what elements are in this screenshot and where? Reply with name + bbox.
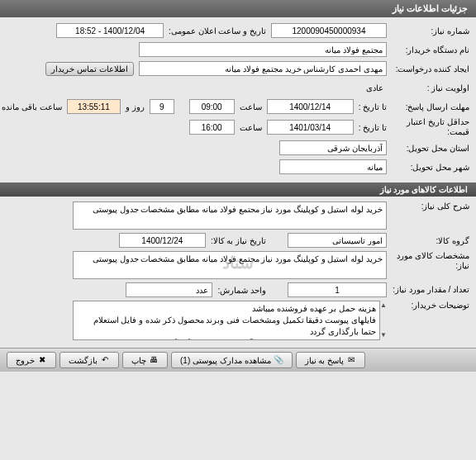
to-date-label-1: تا تاریخ : [354,102,387,111]
time-label-2: ساعت [235,123,267,132]
buyer-org-input[interactable] [139,42,387,57]
to-date-label-2: تا تاریخ : [354,123,387,132]
qty-input[interactable] [288,282,387,297]
need-date-input[interactable] [119,233,206,248]
requester-label: ایجاد کننده درخواست: [387,64,469,74]
print-label: چاپ [131,356,146,365]
scroll-up-icon[interactable]: ▲ [380,302,387,309]
need-number-input[interactable] [271,23,387,38]
attachment-icon: 📎 [274,355,283,365]
need-date-label: تاریخ نیاز به کالا: [206,236,271,245]
group-input[interactable] [288,233,387,248]
desc-textarea[interactable] [73,202,387,230]
spec-label: مشخصات کالای مورد نیاز: [387,251,469,271]
back-label: بازگشت [69,356,98,365]
scroll-down-icon[interactable]: ▼ [380,332,387,339]
province-input[interactable] [279,140,387,155]
need-number-label: شماره نیاز: [387,26,469,36]
reply-icon: ✉ [346,355,356,365]
view-docs-label: مشاهده مدارک پیوستی (1) [180,356,271,365]
items-form: شرح کلی نیاز: گروه کالا: تاریخ نیاز به ک… [0,197,476,348]
desc-label: شرح کلی نیاز: [387,202,469,211]
footer-bar: ✉ پاسخ به نیاز 📎 مشاهده مدارک پیوستی (1)… [0,348,476,372]
countdown-input [67,99,121,114]
reply-time-input[interactable] [189,99,235,114]
requester-input[interactable] [139,61,387,76]
back-button[interactable]: ↶ بازگشت [60,352,119,368]
reply-date-input[interactable] [267,99,354,114]
notes-textarea[interactable] [73,301,380,340]
remaining-label: ساعت باقی مانده [0,102,67,111]
view-docs-button[interactable]: 📎 مشاهده مدارک پیوستی (1) [171,352,293,368]
contact-info-button[interactable]: اطلاعات تماس خریدار [45,62,134,76]
qty-label: تعداد / مقدار مورد نیاز: [387,285,469,295]
time-label-1: ساعت [235,102,267,111]
items-section-header: اطلاعات کالاهای مورد نیاز [0,183,476,197]
validity-date-input[interactable] [267,120,354,135]
days-remaining-input[interactable] [150,99,174,114]
notes-label: توضیحات خریدار: [387,301,469,310]
banner-title: جزئیات اطلاعات نیاز [393,3,468,13]
province-label: استان محل تحویل: [387,144,469,153]
exit-button[interactable]: ✖ خروج [7,352,56,368]
announce-label: تاریخ و ساعت اعلان عمومی: [164,26,271,36]
respond-button[interactable]: ✉ پاسخ به نیاز [296,352,366,368]
main-banner: جزئیات اطلاعات نیاز [0,0,476,17]
days-and-label: روز و [121,102,150,111]
buyer-org-label: نام دستگاه خریدار: [387,45,469,55]
reply-deadline-label: مهلت ارسال پاسخ: [387,102,469,111]
group-label: گروه کالا: [387,236,469,245]
exit-label: خروج [16,356,35,365]
respond-label: پاسخ به نیاز [305,356,345,365]
priority-label: اولویت نیاز : [387,83,469,92]
basic-info-form: شماره نیاز: تاریخ و ساعت اعلان عمومی: نا… [0,17,476,183]
city-input[interactable] [279,159,387,174]
print-button[interactable]: 🖶 چاپ [122,352,168,368]
announce-input[interactable] [56,23,164,38]
spec-textarea[interactable] [73,251,387,279]
unit-label: واحد شمارش: [212,286,271,295]
items-header-text: اطلاعات کالاهای مورد نیاز [380,185,468,194]
print-icon: 🖶 [149,355,159,365]
exit-icon: ✖ [37,355,47,365]
city-label: شهر محل تحویل: [387,163,469,172]
validity-label: حداقل تاریخ اعتبار قیمت: [387,117,469,137]
priority-value: عادی [363,83,387,92]
unit-input[interactable] [126,282,212,297]
validity-time-input[interactable] [189,120,235,135]
back-icon: ↶ [100,355,110,365]
